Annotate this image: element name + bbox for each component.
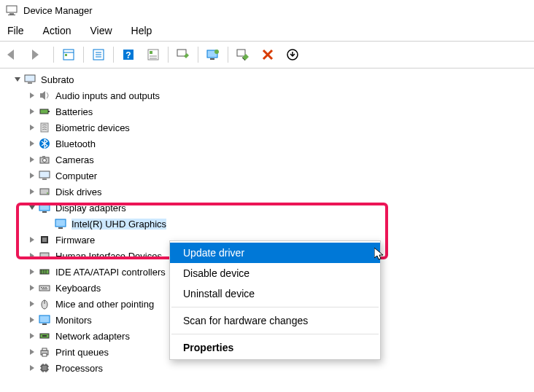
category-label: Mice and other pointing [55, 299, 154, 310]
menu-view[interactable]: View [87, 23, 115, 38]
category-label: IDE ATA/ATAPI controllers [55, 267, 166, 278]
menu-disable-device[interactable]: Disable device [170, 263, 380, 283]
svg-rect-58 [42, 348, 47, 350]
svg-rect-23 [28, 82, 32, 84]
update-driver-button[interactable] [201, 44, 225, 65]
action-list-button[interactable] [141, 44, 166, 65]
svg-rect-41 [40, 253, 49, 259]
monitor-icon [38, 313, 51, 326]
svg-rect-2 [8, 15, 15, 15]
svg-rect-31 [39, 171, 50, 178]
svg-rect-5 [65, 54, 67, 56]
help-button[interactable]: ? [116, 44, 141, 65]
svg-point-29 [43, 159, 47, 162]
chevron-icon[interactable] [26, 234, 38, 246]
scan-hardware-button[interactable] [171, 44, 196, 65]
category-cameras[interactable]: Cameras [0, 152, 534, 168]
properties-button[interactable] [86, 44, 111, 65]
svg-rect-16 [177, 50, 186, 56]
disable-device-button[interactable] [231, 44, 255, 65]
svg-rect-22 [25, 75, 35, 82]
svg-rect-30 [42, 156, 45, 157]
chevron-icon[interactable] [26, 106, 38, 117]
bluetooth-icon [38, 137, 51, 150]
chevron-icon[interactable] [26, 298, 38, 310]
svg-rect-40 [42, 238, 47, 242]
root-label: Subrato [41, 74, 74, 85]
chevron-icon[interactable] [26, 90, 38, 101]
window-title: Device Manager [23, 5, 93, 16]
menu-uninstall-device[interactable]: Uninstall device [170, 283, 380, 304]
expand-chevron-icon[interactable] [12, 74, 23, 85]
show-hidden-button[interactable] [56, 44, 81, 65]
category-label: Monitors [55, 315, 92, 326]
category-label: Cameras [55, 154, 94, 165]
menu-file[interactable]: File [4, 23, 27, 38]
chevron-icon[interactable] [26, 314, 38, 326]
svg-rect-1 [9, 13, 14, 15]
menu-update-driver[interactable]: Update driver [170, 243, 380, 263]
category-processors[interactable]: Processors [0, 360, 534, 376]
controller-icon [38, 265, 51, 278]
category-label: Bluetooth [55, 138, 96, 149]
chevron-icon[interactable] [26, 138, 38, 149]
category-label: Computer [55, 170, 97, 181]
category-label: Biometric devices [55, 122, 130, 133]
category-computer[interactable]: Computer [0, 168, 534, 184]
menu-scan-hardware[interactable]: Scan for hardware changes [170, 310, 380, 331]
chevron-icon[interactable] [26, 154, 38, 165]
computer-icon [38, 169, 51, 182]
forward-button[interactable] [26, 44, 51, 65]
svg-rect-25 [48, 111, 50, 112]
context-menu: Update driver Disable device Uninstall d… [169, 240, 381, 360]
chevron-icon[interactable] [26, 170, 38, 181]
category-batteries[interactable]: Batteries [0, 103, 534, 119]
chevron-icon[interactable] [26, 362, 38, 374]
chevron-icon[interactable] [26, 346, 38, 358]
menu-separator [171, 334, 379, 334]
chip-icon [38, 233, 51, 246]
camera-icon [38, 153, 51, 166]
svg-rect-36 [42, 211, 47, 213]
chevron-icon[interactable] [26, 330, 38, 342]
svg-rect-24 [40, 109, 48, 114]
category-bluetooth[interactable]: Bluetooth [0, 136, 534, 152]
chevron-icon[interactable] [26, 282, 38, 294]
svg-point-19 [214, 50, 219, 54]
chevron-icon[interactable] [26, 122, 38, 133]
chevron-icon[interactable] [26, 266, 38, 278]
category-display-adapters[interactable]: Display adapters [0, 200, 534, 216]
expand-chevron-icon[interactable] [26, 202, 38, 213]
category-label: Firmware [55, 235, 95, 246]
disk-icon [38, 185, 51, 198]
svg-rect-47 [41, 287, 42, 288]
device-intel-uhd[interactable]: Intel(R) UHD Graphics [0, 216, 534, 232]
category-audio[interactable]: Audio inputs and outputs [0, 87, 534, 103]
menu-action[interactable]: Action [40, 23, 74, 38]
category-label: Display adapters [55, 203, 126, 213]
printer-icon [38, 345, 51, 358]
svg-rect-48 [43, 287, 44, 288]
device-label: Intel(R) UHD Graphics [71, 219, 166, 230]
chevron-icon[interactable] [26, 186, 38, 197]
title-bar: Device Manager [0, 0, 534, 20]
svg-rect-59 [42, 353, 47, 356]
svg-rect-54 [42, 324, 47, 325]
category-label: Network adapters [55, 331, 130, 342]
battery-icon [38, 105, 51, 118]
menu-properties[interactable]: Properties [170, 337, 380, 358]
uninstall-device-button[interactable] [255, 44, 280, 65]
tree-root[interactable]: Subrato [0, 71, 534, 87]
more-actions-button[interactable] [280, 44, 305, 65]
category-label: Human Interface Devices [55, 251, 162, 262]
svg-text:?: ? [125, 50, 131, 60]
menu-help[interactable]: Help [128, 23, 155, 38]
category-biometric[interactable]: Biometric devices [0, 119, 534, 136]
svg-rect-46 [39, 286, 50, 291]
back-button[interactable] [1, 44, 26, 65]
chevron-icon[interactable] [26, 250, 38, 262]
category-label: Keyboards [55, 283, 101, 294]
mouse-icon [38, 297, 51, 310]
category-disk-drives[interactable]: Disk drives [0, 184, 534, 200]
svg-rect-0 [7, 6, 17, 12]
